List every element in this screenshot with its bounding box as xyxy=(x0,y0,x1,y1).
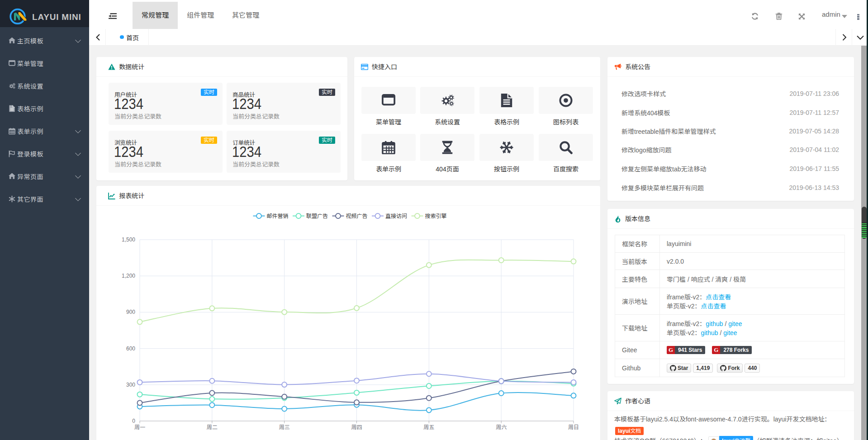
svg-text:周四: 周四 xyxy=(351,424,362,431)
svg-text:视频广告: 视频广告 xyxy=(346,213,368,219)
svg-text:直接访问: 直接访问 xyxy=(385,213,407,219)
svg-text:周三: 周三 xyxy=(279,424,290,431)
svg-text:900: 900 xyxy=(126,309,135,315)
svg-text:联盟广告: 联盟广告 xyxy=(306,213,328,219)
svg-text:300: 300 xyxy=(126,382,135,388)
svg-text:周六: 周六 xyxy=(496,424,507,431)
svg-text:600: 600 xyxy=(126,345,135,352)
svg-text:周日: 周日 xyxy=(568,424,579,431)
svg-text:0: 0 xyxy=(132,418,135,424)
svg-text:周一: 周一 xyxy=(134,424,145,431)
svg-text:1,500: 1,500 xyxy=(122,237,135,243)
svg-text:邮件营销: 邮件营销 xyxy=(267,213,289,219)
svg-text:1,200: 1,200 xyxy=(122,273,135,279)
svg-text:周五: 周五 xyxy=(423,424,434,431)
svg-text:搜索引擎: 搜索引擎 xyxy=(425,213,447,219)
svg-text:周二: 周二 xyxy=(207,424,218,431)
